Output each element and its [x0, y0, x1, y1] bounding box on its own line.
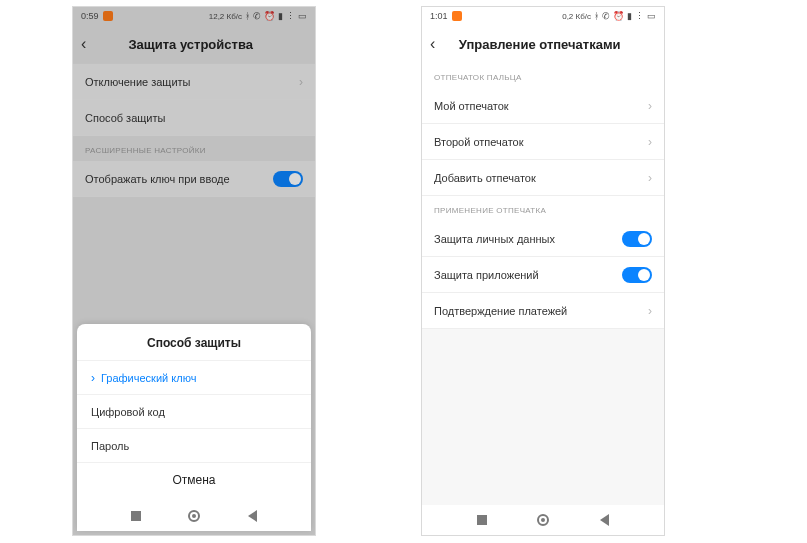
- phone-left: 0:59 12,2 Кб/с ᚼ ✆ ⏰ ▮ ⋮ ▭ ‹ Защита устр…: [72, 6, 316, 536]
- content-empty: [422, 329, 664, 505]
- status-bar: 1:01 0,2 Кб/с ᚼ ✆ ⏰ ▮ ⋮ ▭: [422, 7, 664, 25]
- sheet-option-pattern[interactable]: Графический ключ: [77, 360, 311, 394]
- chevron-right-icon: ›: [648, 99, 652, 113]
- chevron-right-icon: ›: [299, 75, 303, 89]
- toggle-on-icon[interactable]: [622, 267, 652, 283]
- row-protection-method[interactable]: Способ защиты: [73, 100, 315, 136]
- alarm-icon: ⏰: [264, 12, 275, 21]
- phone-right-bg: 1:01 0,2 Кб/с ᚼ ✆ ⏰ ▮ ⋮ ▭ ‹ Управление о…: [422, 7, 664, 535]
- row-show-key[interactable]: Отображать ключ при вводе: [73, 161, 315, 197]
- status-bar: 0:59 12,2 Кб/с ᚼ ✆ ⏰ ▮ ⋮ ▭: [73, 7, 315, 25]
- sheet-option-label: Цифровой код: [91, 406, 165, 418]
- vibrate-icon: ✆: [602, 12, 610, 21]
- row-label: Защита личных данных: [434, 233, 555, 245]
- nav-back-icon[interactable]: [248, 510, 257, 522]
- sheet-option-password[interactable]: Пароль: [77, 428, 311, 462]
- nav-home-icon[interactable]: [188, 510, 200, 522]
- row-label: Второй отпечаток: [434, 136, 524, 148]
- nav-recents-icon[interactable]: [131, 511, 141, 521]
- row-payments[interactable]: Подтверждение платежей ›: [422, 293, 664, 329]
- header: ‹ Управление отпечатками: [422, 25, 664, 63]
- header: ‹ Защита устройства: [73, 25, 315, 63]
- row-disable-protection[interactable]: Отключение защиты ›: [73, 64, 315, 100]
- sheet-option-label: Графический ключ: [101, 372, 196, 384]
- battery-icon: ▭: [298, 12, 307, 21]
- vibrate-icon: ✆: [253, 12, 261, 21]
- nav-back-icon[interactable]: [600, 514, 609, 526]
- row-label: Добавить отпечаток: [434, 172, 536, 184]
- sheet-title: Способ защиты: [77, 324, 311, 360]
- status-speed: 0,2 Кб/с: [562, 12, 591, 21]
- section-advanced: РАСШИРЕННЫЕ НАСТРОЙКИ: [73, 136, 315, 161]
- row-label: Отображать ключ при вводе: [85, 173, 230, 185]
- signal-icon: ▮: [627, 12, 632, 21]
- phone-right: 1:01 0,2 Кб/с ᚼ ✆ ⏰ ▮ ⋮ ▭ ‹ Управление о…: [421, 6, 665, 536]
- sheet-option-pin[interactable]: Цифровой код: [77, 394, 311, 428]
- alarm-icon: ⏰: [613, 12, 624, 21]
- wifi-icon: ⋮: [286, 12, 295, 21]
- status-time: 1:01: [430, 11, 448, 21]
- row-fp-add[interactable]: Добавить отпечаток ›: [422, 160, 664, 196]
- sheet-cancel-button[interactable]: Отмена: [77, 462, 311, 497]
- nav-recents-icon[interactable]: [477, 515, 487, 525]
- notification-dot-icon: [103, 11, 113, 21]
- page-title: Управление отпечатками: [423, 37, 656, 52]
- notification-dot-icon: [452, 11, 462, 21]
- status-time: 0:59: [81, 11, 99, 21]
- section-use: ПРИМЕНЕНИЕ ОТПЕЧАТКА: [422, 196, 664, 221]
- toggle-on-icon[interactable]: [622, 231, 652, 247]
- page-title: Защита устройства: [74, 37, 307, 52]
- row-label: Мой отпечаток: [434, 100, 509, 112]
- chevron-right-icon: ›: [648, 135, 652, 149]
- row-label: Защита приложений: [434, 269, 539, 281]
- row-app-protection[interactable]: Защита приложений: [422, 257, 664, 293]
- signal-icon: ▮: [278, 12, 283, 21]
- wifi-icon: ⋮: [635, 12, 644, 21]
- bottom-sheet: Способ защиты Графический ключ Цифровой …: [77, 324, 311, 531]
- nav-bar: [422, 505, 664, 535]
- sheet-option-label: Пароль: [91, 440, 129, 452]
- row-label: Отключение защиты: [85, 76, 191, 88]
- row-label: Способ защиты: [85, 112, 165, 124]
- status-speed: 12,2 Кб/с: [209, 12, 242, 21]
- section-fingerprint: ОТПЕЧАТОК ПАЛЬЦА: [422, 63, 664, 88]
- row-privacy-protection[interactable]: Защита личных данных: [422, 221, 664, 257]
- battery-icon: ▭: [647, 12, 656, 21]
- bluetooth-icon: ᚼ: [594, 12, 599, 21]
- chevron-right-icon: ›: [648, 171, 652, 185]
- nav-home-icon[interactable]: [537, 514, 549, 526]
- chevron-right-icon: ›: [648, 304, 652, 318]
- toggle-on-icon[interactable]: [273, 171, 303, 187]
- row-fp2[interactable]: Второй отпечаток ›: [422, 124, 664, 160]
- bluetooth-icon: ᚼ: [245, 12, 250, 21]
- row-fp1[interactable]: Мой отпечаток ›: [422, 88, 664, 124]
- row-label: Подтверждение платежей: [434, 305, 567, 317]
- nav-bar-sheet: [77, 501, 311, 531]
